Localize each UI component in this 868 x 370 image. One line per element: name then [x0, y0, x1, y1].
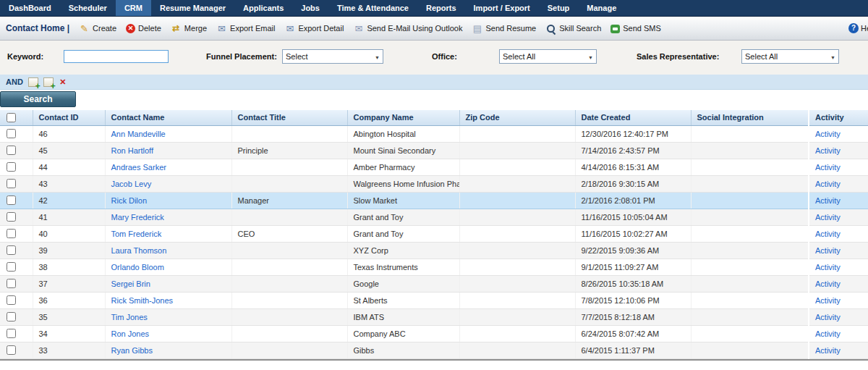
nav-item[interactable]: Import / Export	[465, 0, 539, 16]
row-checkbox[interactable]	[7, 329, 16, 338]
select-all-checkbox[interactable]	[7, 113, 16, 122]
toolbar-button[interactable]: Send Resume	[472, 23, 536, 34]
contact-name-link[interactable]: Jacob Levy	[111, 180, 152, 188]
nav-item[interactable]: Scheduler	[60, 0, 116, 16]
nav-item[interactable]: Manage	[578, 0, 625, 16]
contact-name-link[interactable]: Andraes Sarker	[111, 163, 166, 172]
table-row[interactable]: 42 Rick Dilon Manager Slow Market 2/1/20…	[0, 192, 868, 209]
row-checkbox[interactable]	[7, 229, 16, 238]
activity-link[interactable]: Activity	[815, 196, 841, 205]
cell-contact-title	[231, 242, 347, 258]
search-button[interactable]: Search	[0, 91, 76, 107]
activity-link[interactable]: Activity	[815, 180, 841, 188]
add-group-icon[interactable]	[43, 77, 54, 87]
activity-link[interactable]: Activity	[815, 329, 841, 338]
row-checkbox[interactable]	[7, 212, 16, 222]
contact-name-link[interactable]: Orlando Bloom	[111, 263, 164, 272]
toolbar-button[interactable]: Delete	[126, 23, 161, 33]
table-row[interactable]: 40 Tom Frederick CEO Grant and Toy 11/16…	[0, 225, 868, 242]
column-header-company-name[interactable]: Company Name	[347, 110, 459, 125]
contact-name-link[interactable]: Ann Mandeville	[111, 130, 166, 138]
table-row[interactable]: 44 Andraes Sarker Amber Pharmacy 4/14/20…	[0, 159, 868, 175]
activity-link[interactable]: Activity	[815, 146, 841, 155]
activity-link[interactable]: Activity	[815, 230, 841, 238]
row-checkbox[interactable]	[7, 195, 16, 205]
column-header-social-integration[interactable]: Social Integration	[691, 110, 809, 125]
table-row[interactable]: 43 Jacob Levy Walgreens Home Infusion Ph…	[0, 175, 868, 192]
activity-link[interactable]: Activity	[815, 263, 841, 272]
contact-name-link[interactable]: Mary Frederick	[111, 213, 164, 222]
chevron-down-icon	[830, 52, 835, 61]
table-row[interactable]: 46 Ann Mandeville Abington Hospital 12/3…	[0, 125, 868, 142]
table-row[interactable]: 34 Ron Jones Company ABC 6/24/2015 8:07:…	[0, 325, 868, 342]
activity-link[interactable]: Activity	[815, 313, 841, 321]
contact-name-link[interactable]: Tim Jones	[111, 313, 148, 321]
row-checkbox[interactable]	[7, 295, 16, 305]
activity-link[interactable]: Activity	[815, 213, 841, 222]
nav-item[interactable]: Jobs	[292, 0, 328, 16]
table-row[interactable]: 39 Laura Thomson XYZ Corp 9/22/2015 9:09…	[0, 242, 868, 258]
row-checkbox[interactable]	[7, 179, 16, 188]
table-row[interactable]: 35 Tim Jones IBM ATS 7/7/2015 8:12:18 AM…	[0, 308, 868, 325]
column-header-contact-title[interactable]: Contact Title	[231, 110, 347, 125]
toolbar-button[interactable]: Merge	[171, 23, 207, 34]
cell-activity: Activity	[809, 159, 868, 175]
column-header-zip-code[interactable]: Zip Code	[459, 110, 575, 125]
activity-link[interactable]: Activity	[815, 296, 841, 305]
table-row[interactable]: 36 Rick Smith-Jones St Alberts 7/8/2015 …	[0, 292, 868, 308]
nav-item[interactable]: Time & Attendance	[328, 0, 417, 16]
add-condition-icon[interactable]	[28, 77, 38, 87]
activity-link[interactable]: Activity	[815, 346, 841, 355]
office-select[interactable]: Select All	[499, 49, 597, 64]
toolbar-button[interactable]: Export Email	[216, 23, 275, 34]
activity-link[interactable]: Activity	[815, 246, 841, 255]
funnel-placement-select[interactable]: Select	[282, 49, 383, 64]
nav-item[interactable]: CRM	[116, 0, 151, 16]
table-row[interactable]: 45 Ron Hartloff Principle Mount Sinai Se…	[0, 142, 868, 159]
nav-item[interactable]: DashBoard	[0, 0, 60, 16]
toolbar-button[interactable]: Send E-Mail Using Outlook	[353, 23, 462, 34]
row-checkbox[interactable]	[7, 279, 16, 288]
activity-link[interactable]: Activity	[815, 279, 841, 288]
table-row[interactable]: 41 Mary Frederick Grant and Toy 11/16/20…	[0, 209, 868, 225]
column-header-activity[interactable]: Activity	[809, 110, 868, 125]
row-checkbox[interactable]	[7, 312, 16, 321]
row-checkbox[interactable]	[7, 146, 16, 155]
row-checkbox[interactable]	[7, 162, 16, 172]
toolbar-button[interactable]: Send SMS	[610, 23, 661, 33]
toolbar-button[interactable]: Create	[79, 23, 116, 34]
contact-name-link[interactable]: Laura Thomson	[111, 246, 167, 255]
row-checkbox[interactable]	[7, 345, 16, 355]
column-header-contact-id[interactable]: Contact ID	[33, 110, 105, 125]
contact-name-link[interactable]: Rick Smith-Jones	[111, 296, 174, 305]
help-button[interactable]: Help	[848, 23, 868, 33]
activity-link[interactable]: Activity	[815, 163, 841, 172]
column-header-contact-name[interactable]: Contact Name	[105, 110, 231, 125]
contact-name-link[interactable]: Ron Jones	[111, 329, 150, 338]
table-row[interactable]: 38 Orlando Bloom Texas Instruments 9/1/2…	[0, 258, 868, 275]
toolbar-button-label: Send E-Mail Using Outlook	[367, 24, 462, 33]
sales-representative-select[interactable]: Select All	[741, 49, 839, 64]
nav-item[interactable]: Reports	[417, 0, 465, 16]
row-checkbox[interactable]	[7, 262, 16, 272]
nav-item[interactable]: Setup	[539, 0, 579, 16]
contact-name-link[interactable]: Ryan Gibbs	[111, 346, 153, 355]
contact-name-link[interactable]: Tom Frederick	[111, 230, 162, 238]
keyword-input[interactable]	[64, 50, 169, 63]
table-row[interactable]: 33 Ryan Gibbs Gibbs 6/4/2015 1:11:37 PM …	[0, 342, 868, 358]
contact-name-link[interactable]: Sergei Brin	[111, 279, 150, 288]
table-row[interactable]: 37 Sergei Brin Google 8/26/2015 10:35:18…	[0, 275, 868, 292]
cell-social-integration	[691, 342, 809, 358]
contact-name-link[interactable]: Ron Hartloff	[111, 146, 154, 155]
column-header-date-created[interactable]: Date Created	[575, 110, 691, 125]
nav-item[interactable]: Resume Manager	[151, 0, 234, 16]
contact-name-link[interactable]: Rick Dilon	[111, 196, 148, 205]
cell-social-integration	[691, 292, 809, 308]
activity-link[interactable]: Activity	[815, 130, 841, 138]
remove-condition-icon[interactable]	[59, 77, 67, 87]
toolbar-button[interactable]: Skill Search	[545, 23, 601, 34]
row-checkbox[interactable]	[7, 129, 16, 138]
toolbar-button[interactable]: Export Detail	[284, 23, 344, 34]
nav-item[interactable]: Applicants	[234, 0, 292, 16]
row-checkbox[interactable]	[7, 245, 16, 255]
